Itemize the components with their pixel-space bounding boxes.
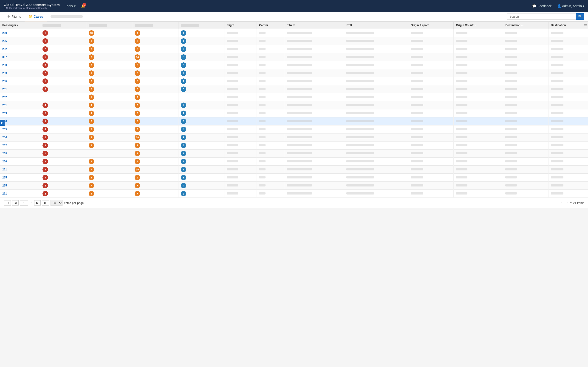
col-3[interactable] xyxy=(86,22,132,29)
table-row[interactable]: 261 3 7 10 3 xyxy=(0,166,588,174)
passengers-link[interactable]: 307 xyxy=(2,56,7,59)
passengers-link[interactable]: 261 xyxy=(2,88,7,91)
table-row[interactable]: 252 3 4 7 3 xyxy=(0,142,588,150)
col-2[interactable] xyxy=(40,22,86,29)
cell-passengers[interactable]: 250 xyxy=(0,61,40,69)
col-origin-airport[interactable]: Origin Airport xyxy=(408,22,454,29)
cell-passengers[interactable]: 266 xyxy=(0,77,40,85)
passengers-link[interactable]: 261 xyxy=(2,192,7,195)
table-row[interactable]: 268 1 7 1 xyxy=(0,150,588,158)
notifications-bell[interactable]: 🔔 0 xyxy=(81,4,85,8)
tab-cases[interactable]: 📁 Cases xyxy=(25,12,47,21)
cell-passengers[interactable]: 252 xyxy=(0,142,40,150)
passengers-link[interactable]: 253 xyxy=(2,72,7,75)
cell-col3: 4 xyxy=(86,190,132,198)
cell-passengers[interactable]: 256 xyxy=(0,117,40,125)
col-origin-country[interactable]: Origin Countr... xyxy=(454,22,503,29)
passengers-link[interactable]: 263 xyxy=(2,112,7,115)
cell-eta xyxy=(284,53,344,61)
cell-etd xyxy=(344,190,408,198)
col-flight[interactable]: Flight xyxy=(225,22,257,29)
page-input[interactable] xyxy=(20,200,28,206)
last-page-button[interactable]: ⏭ xyxy=(42,200,49,206)
col-destination[interactable]: Destination ... xyxy=(503,22,548,29)
table-row[interactable]: 266 1 3 5 1 xyxy=(0,77,588,85)
col-carrier[interactable]: Carrier xyxy=(257,22,284,29)
feedback-button[interactable]: 💬 Feedback xyxy=(532,4,552,8)
next-page-button[interactable]: ▶ xyxy=(34,200,41,206)
prev-page-button[interactable]: ◀ xyxy=(12,200,19,206)
cell-flight xyxy=(225,93,257,101)
col-5[interactable] xyxy=(178,22,225,29)
cell-etd xyxy=(344,85,408,93)
cell-col4: 6 xyxy=(132,85,179,93)
table-row[interactable]: 255 4 7 7 4 xyxy=(0,182,588,190)
cell-col5: 3 xyxy=(178,166,225,174)
col-passengers[interactable]: Passengers xyxy=(0,22,40,29)
passengers-link[interactable]: 255 xyxy=(2,184,7,187)
cell-passengers[interactable]: 263 xyxy=(0,109,40,117)
tools-menu[interactable]: Tools ▾ xyxy=(65,4,76,8)
table-row[interactable]: 254 2 4 10 2 xyxy=(0,133,588,142)
table-row[interactable]: 250 1 10 4 1 xyxy=(0,29,588,37)
search-button[interactable]: 🔍 xyxy=(576,13,584,20)
cell-passengers[interactable]: 254 xyxy=(0,133,40,142)
passengers-link[interactable]: 252 xyxy=(2,48,7,51)
table-row[interactable]: 253 2 1 6 2 xyxy=(0,69,588,77)
table-row[interactable]: 261 4 4 5 4 xyxy=(0,101,588,109)
table-row[interactable]: 250 3 3 8 3 xyxy=(0,61,588,69)
passengers-link[interactable]: 268 xyxy=(2,152,7,155)
items-per-page-select[interactable]: 25 50 100 xyxy=(51,200,62,206)
passengers-link[interactable]: 266 xyxy=(2,160,7,163)
cell-passengers[interactable]: 261 xyxy=(0,190,40,198)
cell-passengers[interactable]: 252 xyxy=(0,45,40,53)
cell-passengers[interactable]: 307 xyxy=(0,53,40,61)
table-row[interactable]: 252 2 6 2 2 xyxy=(0,45,588,53)
passengers-link[interactable]: 265 xyxy=(2,176,7,179)
table-row[interactable]: 256 3 7 6 3 xyxy=(0,117,588,125)
cell-passengers[interactable]: 255 xyxy=(0,182,40,190)
cell-passengers[interactable]: 261 xyxy=(0,85,40,93)
passengers-link[interactable]: 262 xyxy=(2,96,7,99)
col-destination2[interactable]: Destination ☰ xyxy=(548,22,588,29)
passengers-link[interactable]: 254 xyxy=(2,136,7,139)
passengers-link[interactable]: 250 xyxy=(2,31,7,35)
passengers-link[interactable]: 261 xyxy=(2,104,7,107)
cell-passengers[interactable]: 250 xyxy=(0,29,40,37)
cell-passengers[interactable]: 266 xyxy=(0,37,40,45)
table-row[interactable]: 265 4 6 5 4 xyxy=(0,125,588,133)
table-row[interactable]: 265 3 3 9 3 xyxy=(0,174,588,182)
passengers-link[interactable]: 250 xyxy=(2,64,7,67)
passengers-link[interactable]: 266 xyxy=(2,80,7,83)
table-row[interactable]: 266 1 1 7 1 xyxy=(0,37,588,45)
col-etd[interactable]: ETD xyxy=(344,22,408,29)
table-row[interactable]: 261 2 4 7 2 xyxy=(0,190,588,198)
table-row[interactable]: 266 2 5 9 2 xyxy=(0,158,588,166)
search-input[interactable] xyxy=(507,14,576,20)
cell-col5: 2 xyxy=(178,190,225,198)
cell-passengers[interactable]: 268 xyxy=(0,150,40,158)
cell-passengers[interactable]: 265 xyxy=(0,174,40,182)
table-row[interactable]: 307 5 6 14 5 xyxy=(0,53,588,61)
passengers-link[interactable]: 265 xyxy=(2,128,7,131)
col-menu-icon[interactable]: ☰ xyxy=(584,24,587,27)
cell-passengers[interactable]: 265 xyxy=(0,125,40,133)
cell-passengers[interactable]: 266 xyxy=(0,158,40,166)
first-page-button[interactable]: ⏮ xyxy=(4,200,11,206)
passengers-link[interactable]: 252 xyxy=(2,144,7,147)
cell-col2 xyxy=(40,93,86,101)
passengers-link[interactable]: 261 xyxy=(2,168,7,171)
col-eta[interactable]: ETA ▼ xyxy=(284,22,344,29)
user-menu[interactable]: 👤 Admin, Admin ▾ xyxy=(557,4,584,8)
cell-col3: 7 xyxy=(86,166,132,174)
table-row[interactable]: 261 6 5 6 6 xyxy=(0,85,588,93)
cell-passengers[interactable]: 261 xyxy=(0,166,40,174)
col-4[interactable] xyxy=(132,22,179,29)
cell-passengers[interactable]: 262 xyxy=(0,93,40,101)
cell-passengers[interactable]: 261 xyxy=(0,101,40,109)
table-row[interactable]: 263 2 4 6 2 xyxy=(0,109,588,117)
passengers-link[interactable]: 266 xyxy=(2,40,7,43)
cell-passengers[interactable]: 253 xyxy=(0,69,40,77)
tab-flights[interactable]: ✈ Flights xyxy=(4,12,25,21)
table-row[interactable]: 262 1 7 xyxy=(0,93,588,101)
